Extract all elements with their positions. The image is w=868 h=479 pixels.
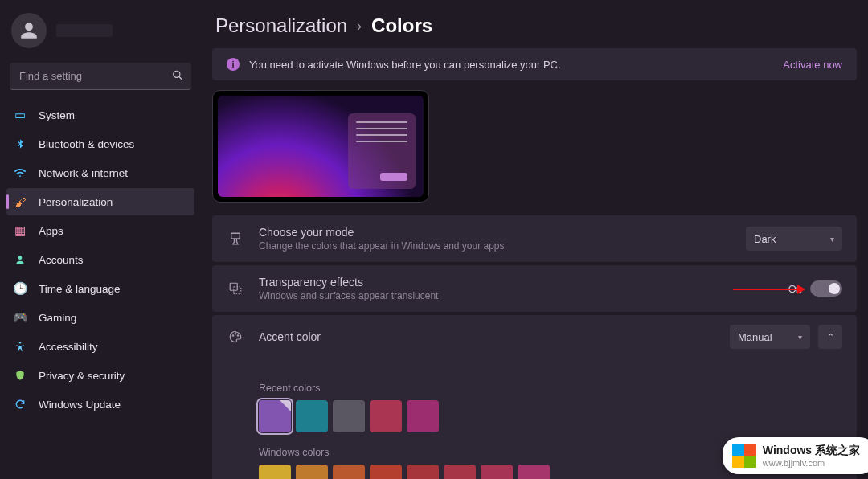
accent-header[interactable]: Accent color Manual ▾ ⌃: [212, 315, 857, 358]
mode-dropdown[interactable]: Dark ▾: [746, 227, 842, 251]
info-icon: i: [227, 58, 240, 71]
nav-system[interactable]: ▭System: [6, 101, 194, 129]
nav-label: Bluetooth & devices: [39, 138, 134, 150]
recent-colors-row: [259, 400, 842, 432]
color-swatch[interactable]: [259, 400, 291, 432]
color-swatch[interactable]: [481, 465, 513, 479]
nav-label: Accounts: [39, 254, 84, 266]
color-swatch[interactable]: [518, 465, 550, 479]
color-swatch[interactable]: [296, 400, 328, 432]
nav-network[interactable]: Network & internet: [6, 159, 194, 186]
display-icon: ▭: [13, 108, 27, 122]
search-box[interactable]: [10, 63, 191, 90]
nav-label: Windows Update: [39, 399, 121, 411]
search-input[interactable]: [10, 63, 191, 90]
nav-label: Personalization: [39, 196, 113, 208]
avatar: [11, 13, 47, 48]
svg-point-3: [19, 342, 21, 343]
color-swatch[interactable]: [259, 465, 291, 479]
nav-label: Privacy & security: [39, 370, 125, 382]
svg-line-1: [179, 76, 182, 80]
username-redacted: [56, 24, 113, 37]
svg-point-10: [235, 334, 236, 335]
nav-time[interactable]: 🕒Time & language: [6, 275, 194, 302]
svg-point-9: [232, 335, 234, 337]
nav-label: System: [39, 109, 75, 121]
activation-banner: i You need to activate Windows before yo…: [212, 48, 857, 80]
desktop-preview: [212, 90, 429, 203]
nav-label: Gaming: [39, 312, 76, 324]
chevron-right-icon: ›: [357, 18, 362, 35]
breadcrumb-parent[interactable]: Personalization: [215, 14, 347, 37]
dropdown-value: Dark: [754, 233, 776, 245]
update-icon: [13, 399, 27, 410]
accent-mode-dropdown[interactable]: Manual ▾: [730, 325, 810, 349]
nav-label: Accessibility: [39, 341, 98, 353]
svg-rect-4: [231, 233, 240, 239]
nav-list: ▭System Bluetooth & devices Network & in…: [6, 101, 194, 418]
card-title: Transparency effects: [259, 276, 774, 289]
color-swatch[interactable]: [407, 465, 439, 479]
person-icon: [13, 254, 27, 265]
dropdown-value: Manual: [738, 331, 772, 343]
breadcrumb-current: Colors: [371, 14, 432, 37]
bluetooth-icon: [13, 138, 27, 149]
recent-colors-label: Recent colors: [259, 383, 842, 394]
profile-block[interactable]: [6, 8, 194, 59]
main-content: Personalization › Colors i You need to a…: [201, 0, 868, 479]
color-swatch[interactable]: [370, 400, 402, 432]
chevron-up-icon: ⌃: [827, 332, 834, 342]
person-icon: [18, 20, 39, 41]
nav-privacy[interactable]: Privacy & security: [6, 362, 194, 389]
card-title: Accent color: [259, 330, 715, 343]
svg-point-2: [18, 256, 23, 260]
chevron-down-icon: ▾: [830, 235, 834, 244]
preview-wallpaper: [218, 96, 424, 197]
sidebar: ▭System Bluetooth & devices Network & in…: [0, 0, 201, 479]
watermark-line1: Windows 系统之家: [763, 444, 860, 458]
gamepad-icon: 🎮: [13, 310, 27, 325]
banner-text: You need to activate Windows before you …: [249, 59, 773, 71]
svg-point-0: [174, 71, 180, 77]
color-swatch[interactable]: [407, 400, 439, 432]
transparency-icon: [227, 281, 244, 296]
nav-apps[interactable]: ▦Apps: [6, 217, 194, 244]
svg-point-11: [237, 335, 239, 337]
card-transparency[interactable]: Transparency effects Windows and surface…: [212, 265, 857, 312]
color-swatch[interactable]: [296, 465, 328, 479]
paintbrush-icon: 🖌: [13, 195, 27, 209]
clock-globe-icon: 🕒: [13, 281, 27, 296]
color-swatch[interactable]: [444, 465, 476, 479]
nav-gaming[interactable]: 🎮Gaming: [6, 304, 194, 331]
preview-window: [348, 113, 416, 189]
nav-label: Time & language: [39, 283, 121, 295]
watermark: Windows 系统之家 www.bjjmlv.com: [723, 437, 868, 474]
nav-accessibility[interactable]: Accessibility: [6, 333, 194, 360]
nav-label: Apps: [39, 225, 63, 237]
wifi-icon: [13, 166, 27, 179]
collapse-button[interactable]: ⌃: [818, 325, 842, 349]
color-swatch[interactable]: [370, 465, 402, 479]
transparency-toggle[interactable]: [810, 280, 842, 297]
card-choose-mode[interactable]: Choose your mode Change the colors that …: [212, 215, 857, 262]
nav-label: Network & internet: [39, 167, 128, 179]
activate-now-link[interactable]: Activate now: [783, 59, 842, 71]
nav-personalization[interactable]: 🖌Personalization: [6, 188, 194, 215]
card-desc: Windows and surfaces appear translucent: [259, 290, 774, 301]
search-icon: [172, 70, 183, 84]
watermark-line2: www.bjjmlv.com: [763, 458, 860, 468]
breadcrumb: Personalization › Colors: [212, 14, 857, 37]
nav-bluetooth[interactable]: Bluetooth & devices: [6, 130, 194, 158]
palette-icon: [227, 330, 244, 344]
card-title: Choose your mode: [259, 226, 731, 239]
nav-accounts[interactable]: Accounts: [6, 246, 194, 273]
color-swatch[interactable]: [333, 465, 365, 479]
color-swatch[interactable]: [333, 400, 365, 432]
shield-icon: [13, 370, 27, 381]
chevron-down-icon: ▾: [798, 333, 802, 342]
apps-icon: ▦: [13, 223, 27, 238]
brush-icon: [227, 231, 244, 246]
nav-update[interactable]: Windows Update: [6, 391, 194, 418]
accessibility-icon: [13, 341, 27, 352]
toggle-state-label: On: [788, 283, 802, 295]
